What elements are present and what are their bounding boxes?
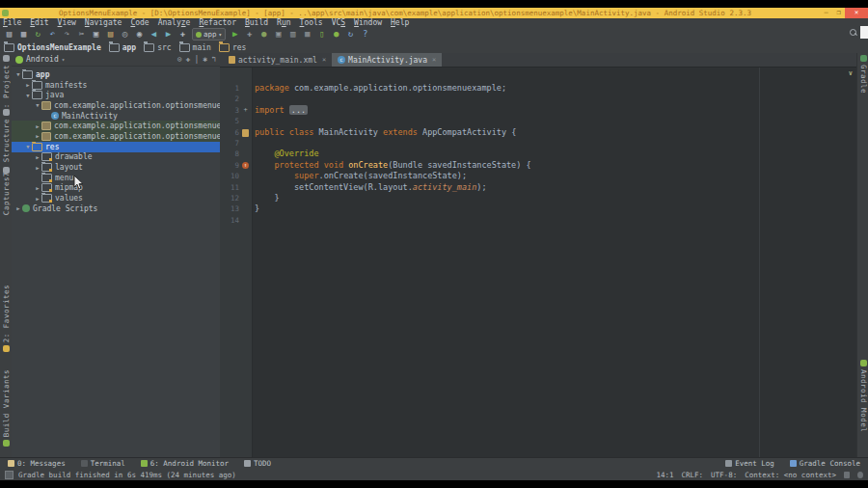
avd-manager-icon[interactable]: ▯ <box>316 28 327 41</box>
make-project-icon[interactable]: ✚ <box>177 28 188 41</box>
run-icon[interactable]: ▶ <box>230 28 240 41</box>
maximize-button[interactable]: ❐ <box>832 8 845 18</box>
context-indicator[interactable]: Context: <no context> <box>745 471 836 479</box>
tree-row-mipmap[interactable]: ▶mipmap <box>12 183 220 194</box>
menu-item-analyze[interactable]: Analyze <box>158 18 191 27</box>
hide-panel-icon[interactable]: ↰ <box>211 55 216 64</box>
breadcrumb-app[interactable]: app <box>109 43 136 52</box>
tool-button-messages[interactable]: 0: Messages <box>8 459 66 468</box>
menu-item-view[interactable]: View <box>58 18 76 27</box>
redo-icon[interactable]: ↷ <box>62 28 72 41</box>
tree-row-values[interactable]: ▶values <box>12 193 220 203</box>
editor-tab-mainactivity-java[interactable]: cMainActivity.java× <box>332 53 442 67</box>
collapse-all-icon[interactable]: ✚ <box>186 55 191 64</box>
editor-code-area[interactable]: 1package com.example.application.options… <box>220 68 856 457</box>
run-configuration-select[interactable]: app▾ <box>192 28 226 41</box>
stop-icon[interactable]: ■ <box>302 28 312 41</box>
tab-close-icon[interactable]: × <box>322 56 326 64</box>
tree-row-com-example-application-optionsmenuexample[interactable]: ▶com.example.application.optionsmenuexam… <box>12 121 220 131</box>
project-view-selector[interactable]: Android <box>26 55 59 64</box>
tool-window-button-build-variants[interactable]: Build Variants <box>0 369 12 447</box>
tree-expand-arrow[interactable]: ▶ <box>34 123 41 129</box>
scroll-from-source-icon[interactable]: ⊙ <box>177 55 182 64</box>
tool-button-terminal[interactable]: Terminal <box>81 459 125 468</box>
menu-item-tools[interactable]: Tools <box>300 18 323 27</box>
menu-item-code[interactable]: Code <box>130 18 149 27</box>
breadcrumb-src[interactable]: src <box>144 43 171 52</box>
coverage-icon[interactable]: ▣ <box>273 28 284 41</box>
tree-row-app[interactable]: ▼app <box>12 69 220 80</box>
tree-expand-arrow[interactable]: ▶ <box>34 165 41 171</box>
tool-window-button-2-favorites[interactable]: 2: Favorites <box>0 285 12 352</box>
tool-window-button-captures[interactable]: Captures <box>0 167 12 215</box>
sync-icon[interactable]: ↻ <box>33 28 43 41</box>
breadcrumb-main[interactable]: main <box>179 43 211 52</box>
find-icon[interactable]: ◎ <box>120 28 130 41</box>
menu-item-edit[interactable]: Edit <box>30 18 48 27</box>
paste-icon[interactable]: ▤ <box>105 28 116 41</box>
tree-row-manifests[interactable]: ▶manifests <box>12 80 220 91</box>
tree-row-com-example-application-optionsmenuexample[interactable]: ▼com.example.application.optionsmenuexam… <box>12 100 220 111</box>
tool-window-button-gradle[interactable]: Gradle <box>857 55 868 94</box>
tool-button-gradle-console[interactable]: Gradle Console <box>790 459 860 468</box>
tree-row-mainactivity[interactable]: cMainActivity <box>12 111 220 122</box>
breadcrumb-res[interactable]: res <box>219 43 246 52</box>
tree-row-drawable[interactable]: ▶drawable <box>12 152 220 163</box>
save-all-icon[interactable]: ▦ <box>18 28 29 41</box>
tree-expand-arrow[interactable]: ▶ <box>34 133 41 139</box>
forward-icon[interactable]: ▶ <box>163 28 174 41</box>
line-ending-indicator[interactable]: CRLF: <box>682 471 704 479</box>
tree-expand-arrow[interactable]: ▼ <box>24 144 32 149</box>
settings-gear-icon[interactable]: ✱ <box>203 55 207 64</box>
tree-expand-arrow[interactable]: ▶ <box>34 185 41 191</box>
menu-item-file[interactable]: File <box>3 18 21 27</box>
tool-button-android-monitor[interactable]: 6: Android Monitor <box>141 459 229 468</box>
toolwindow-toggle-icon[interactable] <box>5 471 14 479</box>
replace-icon[interactable]: ◉ <box>134 28 145 41</box>
caret-position[interactable]: 14:1 <box>656 471 673 479</box>
tree-expand-arrow[interactable]: ▼ <box>14 71 22 77</box>
undo-icon[interactable]: ↶ <box>47 28 58 41</box>
attach-debugger-icon[interactable]: ✚ <box>244 28 255 41</box>
tree-row-com-example-application-optionsmenuexample[interactable]: ▶com.example.application.optionsmenuexam… <box>12 131 220 142</box>
search-field[interactable] <box>860 26 868 39</box>
tree-row-menu[interactable]: menu <box>12 173 220 183</box>
cut-icon[interactable]: ✂ <box>76 28 87 41</box>
tree-row-res[interactable]: ▼res <box>12 142 220 152</box>
tool-button-event-log[interactable]: Event Log <box>725 459 774 468</box>
tree-expand-arrow[interactable]: ▶ <box>14 205 22 211</box>
editor-tab-activity-main-xml[interactable]: activity_main.xml× <box>223 53 332 67</box>
inspection-status-icon[interactable]: ∨ <box>849 69 853 77</box>
open-icon[interactable]: ▤ <box>4 28 14 41</box>
override-method-icon[interactable]: ↑ <box>242 162 249 169</box>
tool-button-todo[interactable]: TODO <box>244 459 271 468</box>
debug-icon[interactable]: ● <box>258 28 269 41</box>
device-monitor-icon[interactable]: ↻ <box>345 28 356 41</box>
profile-icon[interactable]: ▥ <box>287 28 298 41</box>
menu-item-window[interactable]: Window <box>354 18 382 27</box>
tree-row-java[interactable]: ▼java <box>12 90 220 100</box>
tree-expand-arrow[interactable]: ▼ <box>34 102 41 108</box>
tree-expand-arrow[interactable]: ▶ <box>34 196 41 202</box>
menu-item-vcs[interactable]: VCS <box>332 18 345 27</box>
tree-expand-arrow[interactable]: ▶ <box>34 154 41 160</box>
breadcrumb-optionsmenuexample[interactable]: OptionsMenuExample <box>4 43 101 52</box>
tab-close-icon[interactable]: × <box>432 56 436 64</box>
tree-row-gradle-scripts[interactable]: ▶Gradle Scripts <box>12 203 220 214</box>
search-everywhere[interactable] <box>850 29 856 36</box>
tool-window-button-1-project[interactable]: 1: Project <box>0 55 12 113</box>
tree-row-layout[interactable]: ▶layout <box>12 162 220 173</box>
tree-expand-arrow[interactable]: ▶ <box>24 82 32 88</box>
back-icon[interactable]: ◀ <box>149 28 159 41</box>
encoding-indicator[interactable]: UTF-8: <box>711 471 737 479</box>
menu-item-refactor[interactable]: Refactor <box>199 18 236 27</box>
copy-icon[interactable]: ▣ <box>91 28 101 41</box>
lock-icon[interactable] <box>844 472 850 478</box>
tree-expand-arrow[interactable]: ▼ <box>24 93 32 98</box>
menu-item-build[interactable]: Build <box>245 18 268 27</box>
tool-window-button-android-model[interactable]: Android Model <box>857 360 868 432</box>
sdk-manager-icon[interactable]: ● <box>331 28 341 41</box>
hector-inspections-icon[interactable] <box>857 472 863 478</box>
menu-item-run[interactable]: Run <box>277 18 290 27</box>
help-icon[interactable]: ? <box>360 28 370 41</box>
